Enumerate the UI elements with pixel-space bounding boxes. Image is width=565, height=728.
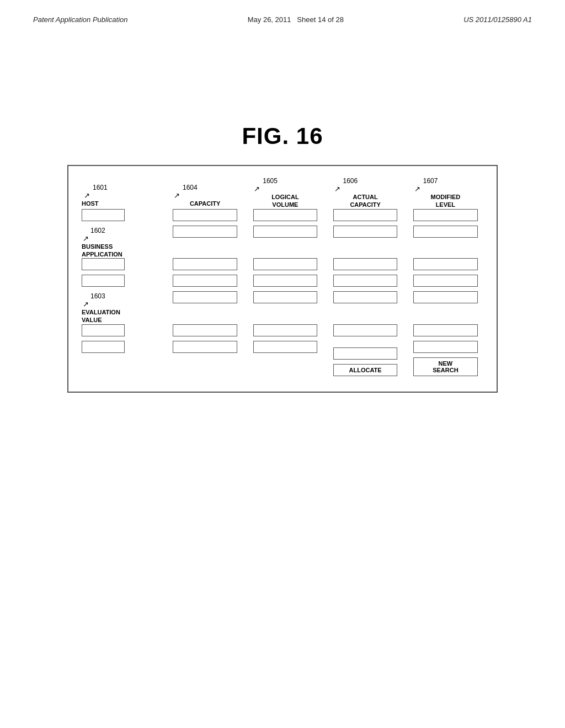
ml-row1 (406, 209, 486, 226)
capacity-ref-arrow: ↗ (174, 191, 180, 200)
ba-label: BUSINESSAPPLICATION (82, 243, 122, 259)
lv-input-1[interactable] (253, 209, 318, 221)
ac-ref-arrow: ↗ (334, 185, 340, 193)
ml-ev-input-3[interactable] (413, 341, 478, 353)
ba-ref-number: 1602 (90, 227, 105, 234)
ac-ref-number: 1606 (343, 177, 358, 185)
host-header-cell: 1601 ↗ HOST (79, 177, 165, 209)
ml-ev-row2 (406, 324, 486, 341)
host-ref-arrow: ↗ (84, 191, 90, 200)
sheet-label: Sheet 14 of 28 (297, 15, 344, 24)
actual-capacity-col-header: 1606 ↗ ACTUALCAPACITY (328, 177, 403, 209)
ev-label: EVALUATIONVALUE (82, 308, 120, 324)
host-ref-number: 1601 (93, 184, 108, 191)
lv-ev-row (245, 291, 325, 324)
ac-input-1[interactable] (333, 209, 398, 221)
allocate-button[interactable]: ALLOCATE (333, 364, 398, 376)
lv-ba-input-3[interactable] (253, 275, 318, 287)
ba-left-row2 (79, 258, 165, 275)
ac-ev-row3-btn: ALLOCATE (326, 341, 406, 381)
capacity-ba-row2 (165, 258, 245, 275)
ml-ref-number: 1607 (423, 177, 438, 185)
ml-ba-input[interactable] (413, 226, 478, 238)
host-ba-input-3[interactable] (82, 275, 125, 287)
publication-label: Patent Application Publication (33, 15, 128, 24)
ml-ev-input[interactable] (413, 291, 478, 303)
capacity-ev-input[interactable] (173, 291, 237, 303)
new-search-button[interactable]: NEWSEARCH (413, 357, 478, 376)
lv-ev-input-3[interactable] (253, 341, 318, 353)
lv-ba-input[interactable] (253, 226, 318, 238)
ev-ref-number: 1603 (90, 292, 105, 300)
figure-title: FIG. 16 (0, 123, 565, 149)
ac-ba-input-2[interactable] (333, 258, 398, 270)
ml-ba-row3 (406, 275, 486, 291)
capacity-col-label: CAPACITY (190, 200, 220, 207)
ac-ba-row2 (326, 258, 406, 275)
ac-ref-line: 1606 ↗ (332, 177, 358, 193)
capacity-ba-input-2[interactable] (173, 258, 237, 270)
capacity-ba-input[interactable] (173, 226, 237, 238)
ml-ev-input-2[interactable] (413, 324, 478, 336)
host-left-row1 (79, 209, 165, 226)
capacity-ba-input-3[interactable] (173, 275, 237, 287)
capacity-ba-row (165, 226, 245, 259)
capacity-header-cell: 1604 ↗ CAPACITY (165, 177, 245, 209)
lv-col-label: LOGICALVOLUME (271, 193, 299, 209)
lv-ev-input-2[interactable] (253, 324, 318, 336)
capacity-col-header: 1604 ↗ CAPACITY (167, 177, 243, 207)
lv-ba-row2 (245, 258, 325, 275)
capacity-ev-row (165, 291, 245, 324)
ac-ba-row3 (326, 275, 406, 291)
ml-col-label: MODIFIEDLEVEL (430, 193, 460, 209)
capacity-row1 (165, 209, 245, 226)
host-ev-input-3[interactable] (82, 341, 125, 353)
ml-ref-arrow: ↗ (414, 185, 420, 193)
ac-ev-input-3[interactable] (333, 347, 398, 360)
ba-left-row3 (79, 275, 165, 291)
lv-ev-input[interactable] (253, 291, 318, 303)
capacity-ev-input-3[interactable] (173, 341, 237, 353)
ml-ba-input-2[interactable] (413, 258, 478, 270)
host-ba-input-2[interactable] (82, 258, 125, 270)
modified-level-header-cell: 1607 ↗ MODIFIEDLEVEL (406, 177, 486, 209)
ac-row1 (326, 209, 406, 226)
capacity-ev-input-2[interactable] (173, 324, 237, 336)
host-input-1[interactable] (82, 209, 125, 221)
main-grid: 1601 ↗ HOST 1604 ↗ CAPACITY 1605 ↗ (79, 177, 486, 381)
lv-ev-row2 (245, 324, 325, 341)
lv-row1 (245, 209, 325, 226)
lv-ba-input-2[interactable] (253, 258, 318, 270)
ml-ba-row2 (406, 258, 486, 275)
ml-ev-row (406, 291, 486, 324)
modified-level-col-header: 1607 ↗ MODIFIEDLEVEL (408, 177, 483, 209)
capacity-ev-row3 (165, 341, 245, 381)
ac-ba-input[interactable] (333, 226, 398, 238)
ac-col-label: ACTUALCAPACITY (350, 193, 380, 209)
ev-left-row2 (79, 324, 165, 341)
sheet-info: May 26, 2011 Sheet 14 of 28 (248, 15, 344, 24)
date-label: May 26, 2011 (248, 15, 291, 24)
capacity-ba-row3 (165, 275, 245, 291)
ac-ev-input[interactable] (333, 291, 398, 303)
ac-ev-row (326, 291, 406, 324)
lv-ba-row (245, 226, 325, 259)
ba-label-cell: 1602 ↗ BUSINESSAPPLICATION (79, 226, 165, 259)
ml-input-1[interactable] (413, 209, 478, 221)
ac-ev-row2 (326, 324, 406, 341)
ev-ref-arrow: ↗ (83, 300, 89, 308)
capacity-ev-row2 (165, 324, 245, 341)
lv-ref-line: 1605 ↗ (252, 177, 278, 193)
ac-ba-row (326, 226, 406, 259)
capacity-ref-line: 1604 ↗ (172, 184, 198, 200)
host-ev-input-2[interactable] (82, 324, 125, 336)
capacity-ref-number: 1604 (183, 184, 198, 191)
host-col-label: HOST (82, 200, 99, 207)
ml-ba-input-3[interactable] (413, 275, 478, 287)
ac-ev-input-2[interactable] (333, 324, 398, 336)
host-col-header: 1601 ↗ HOST (82, 177, 163, 207)
diagram-container: 1601 ↗ HOST 1604 ↗ CAPACITY 1605 ↗ (67, 165, 498, 393)
lv-ref-arrow: ↗ (254, 185, 260, 193)
capacity-input-1[interactable] (173, 209, 237, 221)
ac-ba-input-3[interactable] (333, 275, 398, 287)
